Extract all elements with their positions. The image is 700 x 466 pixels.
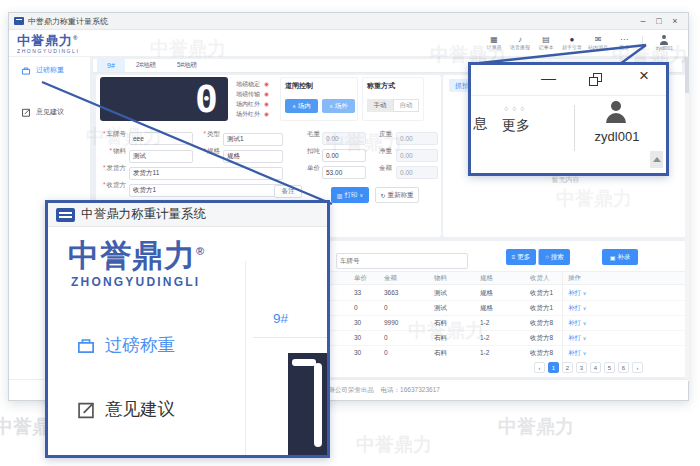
price-label: 单价 [294, 161, 320, 174]
page-prev[interactable]: ‹ [534, 362, 545, 373]
chevron-up-icon: ∧ [292, 103, 296, 109]
sidebar-item-suggest[interactable]: 意见建议 [21, 107, 64, 117]
more-icon: ⋯ [620, 35, 628, 44]
tab-9[interactable]: 9# [97, 59, 125, 72]
mode-auto-option[interactable]: 自动 [393, 99, 419, 112]
weight-value: 0 [195, 77, 218, 121]
page-next[interactable]: › [632, 362, 643, 373]
type-field-wrap [223, 127, 283, 140]
camera-icon: ▣ [610, 254, 616, 261]
toolbar-item-guide[interactable]: ● 新手引导 [559, 35, 585, 51]
close-button[interactable]: × [639, 66, 649, 86]
registered-mark: ® [196, 245, 205, 257]
gate-outside-button[interactable]: ∧场外 [322, 99, 355, 113]
more-filters-button[interactable]: ≡ 更多 [506, 249, 536, 265]
table-cell: 石料 [434, 334, 447, 343]
list-icon: ≡ [512, 254, 516, 260]
watermark: 中誉鼎力 [498, 414, 574, 440]
toolbar-item-message[interactable]: ✉ 站内消息 [585, 35, 611, 51]
col-header: 物料 [434, 274, 447, 283]
makeup-record-button[interactable]: ▣ 补录 [602, 249, 638, 265]
toolbar-item-voice[interactable]: ♪ 语音播报 [507, 35, 533, 51]
toolbar-item-more[interactable]: ⋯ 更多 [611, 35, 637, 51]
col-header: 单价 [354, 274, 367, 283]
status-row: 地磅稳定 [232, 80, 269, 88]
caret-down-icon: ∨ [360, 192, 364, 198]
app-icon [56, 208, 75, 222]
page-6[interactable]: 6 [618, 362, 629, 373]
total-label: 金额 [368, 161, 392, 174]
user-menu[interactable]: zydl001 [648, 35, 680, 52]
toolbar-item-calculator[interactable]: ▦ 计算器 [481, 35, 507, 51]
message-icon: ✉ [595, 35, 602, 44]
reprint-link[interactable]: 补打 ∨ [568, 334, 586, 343]
close-button[interactable]: × [667, 13, 683, 29]
table-cell: 30 [354, 334, 361, 341]
search-field-wrap [336, 249, 468, 265]
more-dots-icon: ○ ○ ○ [504, 105, 526, 112]
tab-2[interactable]: 2#地磅 [125, 59, 167, 72]
minimize-button[interactable]: — [541, 69, 556, 86]
note-button[interactable]: 备注 [274, 185, 302, 198]
material-label: 物料 [113, 147, 126, 154]
scrollbar-up-button[interactable] [650, 151, 663, 168]
price-input[interactable] [322, 166, 366, 179]
page-2[interactable]: 2 [562, 362, 573, 373]
spec-label: 规格 [207, 147, 220, 154]
minimize-button[interactable]: – [635, 13, 651, 29]
tare-label: 皮重 [368, 127, 392, 140]
search-input[interactable] [336, 253, 468, 269]
table-cell: 收货方8 [530, 349, 553, 358]
print-button[interactable]: ▥ 打印 ∨ [331, 187, 369, 203]
window-title: 中誉鼎力称重计量系统 [28, 16, 108, 27]
sidebar-item-label: 过磅称重 [36, 65, 64, 75]
gate-inside-button[interactable]: ∧场内 [285, 99, 318, 113]
maximize-button[interactable]: □ [651, 13, 667, 29]
reprint-link[interactable]: 补打 ∨ [568, 289, 586, 298]
deduct-label: 扣吨 [294, 144, 320, 157]
brand-logo-text: 中誉鼎力 [17, 34, 73, 49]
brand-logo-subtext: ZHONGYUDINGLI [71, 275, 200, 289]
page-3[interactable]: 3 [576, 362, 587, 373]
table-cell: 规格 [480, 304, 493, 313]
receiver-label: 收货方 [107, 181, 127, 188]
callout-menu-weigh[interactable]: 过磅称重 [76, 333, 175, 357]
callout-menu-suggest[interactable]: 意见建议 [76, 397, 175, 421]
sidebar-item-weigh[interactable]: 过磅称重 [21, 65, 64, 75]
mode-manual-option[interactable]: 手动 [367, 99, 393, 112]
suggestion-icon [76, 399, 96, 419]
pagination: ‹ 1 2 3 4 5 6 › [534, 362, 643, 373]
page-5[interactable]: 5 [604, 362, 615, 373]
status-row: 场内红外 [232, 100, 269, 108]
more-button[interactable]: 更多 [502, 117, 530, 135]
reprint-link[interactable]: 补打 ∨ [568, 349, 586, 358]
search-button[interactable]: ○ 搜索 [538, 249, 570, 265]
reprint-link[interactable]: 补打 ∨ [568, 304, 586, 313]
brand-logo: 中誉鼎力® ZHONGYUDINGLI [17, 32, 79, 53]
username: zydl001 [655, 45, 672, 51]
scrollbar-thumb[interactable] [685, 57, 689, 93]
page-1[interactable]: 1 [548, 362, 559, 373]
page-4[interactable]: 4 [590, 362, 601, 373]
window-scrollbar[interactable] [685, 57, 689, 381]
reprint-link[interactable]: 补打 ∨ [568, 319, 586, 328]
type-label: 类型 [207, 130, 220, 137]
toolbar: 中誉鼎力® ZHONGYUDINGLI ▦ 计算器 ♪ 语音播报 ▤ 记事本 ●… [9, 30, 688, 57]
table-cell: 收货方1 [530, 289, 553, 298]
receiver-input[interactable] [129, 184, 283, 197]
table-cell: 30 [354, 319, 361, 326]
receiver-field-wrap [129, 178, 283, 191]
caret-down-icon: ∨ [583, 335, 587, 341]
restore-button[interactable] [589, 73, 602, 86]
toolbar-item-notepad[interactable]: ▤ 记事本 [533, 35, 559, 51]
notepad-icon: ▤ [542, 35, 550, 44]
divider [245, 261, 246, 455]
gate-control-panel: 道闸控制 ∧场内 ∧场外 [280, 77, 358, 121]
callout-tab-9[interactable]: 9# [273, 311, 288, 326]
tab-3[interactable]: 5#地磅 [167, 59, 207, 72]
display-fragment [288, 353, 327, 455]
search-icon: ○ [545, 254, 549, 260]
user-icon [659, 35, 669, 45]
reweigh-button[interactable]: ↻ 重新称重 [375, 187, 419, 203]
calculator-icon: ▦ [490, 35, 498, 44]
